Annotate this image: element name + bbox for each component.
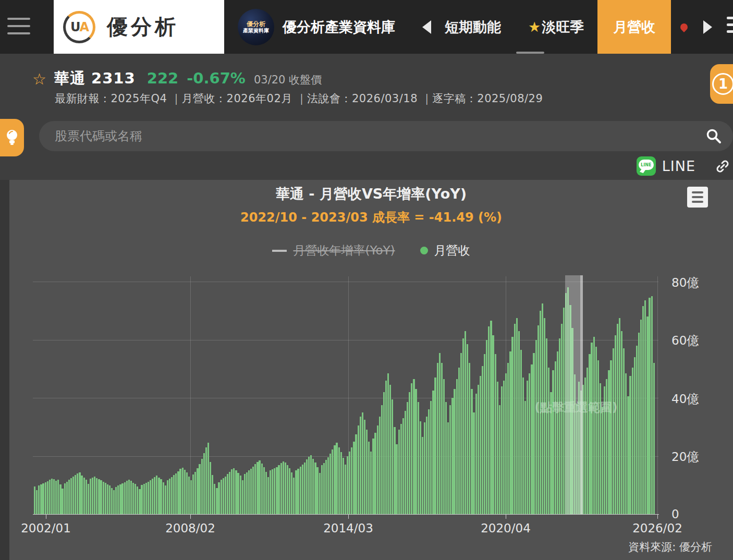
revenue-bar[interactable] [121, 483, 123, 514]
revenue-bar[interactable] [587, 368, 588, 515]
revenue-bar[interactable] [418, 402, 419, 514]
revenue-bar[interactable] [533, 353, 534, 514]
revenue-bar[interactable] [640, 320, 642, 515]
revenue-bar[interactable] [336, 443, 337, 514]
revenue-bar[interactable] [40, 484, 42, 514]
legend-item-revenue[interactable]: 月營收 [420, 242, 470, 259]
revenue-bar[interactable] [135, 484, 136, 514]
revenue-bar[interactable] [559, 338, 560, 514]
revenue-bar[interactable] [535, 340, 537, 515]
revenue-bar[interactable] [377, 425, 378, 514]
revenue-bar[interactable] [158, 478, 160, 514]
line-app-icon[interactable]: LINE [637, 156, 656, 176]
revenue-bar[interactable] [503, 381, 505, 514]
revenue-bar[interactable] [516, 318, 518, 514]
favorite-star-icon[interactable]: ☆ [32, 70, 46, 88]
line-share-button[interactable]: LINE [662, 158, 695, 174]
legend-item-yoy[interactable]: 月營收年增率(YoY) [272, 242, 395, 259]
revenue-bar[interactable] [94, 477, 95, 515]
revenue-bar[interactable] [480, 376, 481, 514]
nav-item-momentum[interactable]: 短期動能 [431, 0, 515, 54]
revenue-bar[interactable] [608, 370, 609, 514]
revenue-bar[interactable] [276, 467, 277, 514]
revenue-bar[interactable] [374, 433, 376, 514]
revenue-bar[interactable] [548, 368, 549, 515]
revenue-bar[interactable] [400, 424, 402, 514]
revenue-bar[interactable] [458, 368, 460, 515]
revenue-bar[interactable] [389, 385, 391, 514]
revenue-bar[interactable] [244, 474, 246, 514]
revenue-bar[interactable] [379, 417, 381, 514]
revenue-bar[interactable] [231, 469, 233, 514]
revenue-bar[interactable] [109, 485, 111, 514]
revenue-bar[interactable] [443, 379, 445, 514]
search-input[interactable] [39, 121, 733, 151]
revenue-bar[interactable] [278, 465, 279, 514]
revenue-bar[interactable] [456, 379, 458, 514]
revenue-bar[interactable] [132, 483, 134, 514]
revenue-bar[interactable] [597, 360, 599, 515]
revenue-bar[interactable] [644, 300, 646, 514]
revenue-bar[interactable] [77, 473, 78, 514]
revenue-bar[interactable] [617, 324, 618, 514]
revenue-bar[interactable] [405, 411, 406, 514]
revenue-bar[interactable] [471, 389, 472, 514]
revenue-bar[interactable] [338, 447, 340, 514]
revenue-bar[interactable] [75, 475, 76, 514]
revenue-bar[interactable] [355, 434, 357, 514]
revenue-bar[interactable] [454, 389, 455, 514]
nav-prev-arrow-icon[interactable] [422, 20, 431, 34]
revenue-bar[interactable] [591, 343, 592, 514]
revenue-bar[interactable] [263, 467, 265, 514]
revenue-bar[interactable] [634, 357, 636, 514]
revenue-bar[interactable] [289, 468, 290, 514]
industry-db-avatar[interactable]: 優分析 產業資料庫 [238, 9, 274, 45]
revenue-bar[interactable] [38, 485, 40, 514]
revenue-bar[interactable] [212, 475, 213, 514]
revenue-bar[interactable] [349, 452, 350, 514]
revenue-bar[interactable] [117, 485, 119, 514]
revenue-bar[interactable] [173, 475, 175, 514]
revenue-bar[interactable] [638, 333, 640, 514]
revenue-bar[interactable] [509, 351, 511, 514]
revenue-bar[interactable] [642, 306, 644, 514]
revenue-bar[interactable] [360, 417, 361, 514]
revenue-bar[interactable] [302, 465, 303, 514]
nav-more-hamburger-icon[interactable] [727, 17, 733, 37]
revenue-bar[interactable] [207, 443, 209, 514]
revenue-bar[interactable] [64, 483, 66, 514]
revenue-bar[interactable] [649, 298, 650, 514]
revenue-bar[interactable] [165, 485, 166, 514]
revenue-bar[interactable] [383, 392, 385, 514]
idea-bulb-button[interactable] [0, 119, 24, 156]
chart-context-menu-button[interactable] [687, 187, 708, 208]
revenue-bar[interactable] [467, 344, 468, 514]
revenue-bar[interactable] [126, 481, 128, 514]
revenue-bar[interactable] [105, 483, 106, 514]
revenue-bar[interactable] [203, 453, 205, 514]
industry-db-label[interactable]: 優分析產業資料庫 [283, 18, 395, 36]
revenue-bar[interactable] [272, 469, 273, 514]
revenue-bar[interactable] [310, 455, 312, 514]
revenue-bar[interactable] [449, 405, 451, 514]
revenue-bar[interactable] [186, 472, 188, 514]
revenue-bar[interactable] [148, 482, 149, 514]
revenue-bar[interactable] [340, 452, 342, 514]
revenue-bar[interactable] [199, 464, 200, 514]
revenue-bar[interactable] [398, 430, 400, 514]
revenue-bar[interactable] [321, 465, 323, 514]
nav-item-monthly-revenue[interactable]: 月營收 [597, 0, 671, 54]
revenue-bar[interactable] [287, 465, 288, 514]
revenue-bar[interactable] [291, 472, 292, 514]
revenue-bar[interactable] [169, 479, 170, 514]
revenue-bar[interactable] [478, 385, 479, 514]
revenue-bar[interactable] [49, 480, 51, 514]
revenue-bar[interactable] [100, 480, 102, 514]
revenue-bar[interactable] [252, 467, 254, 514]
revenue-bar[interactable] [632, 368, 633, 515]
revenue-bar[interactable] [402, 418, 404, 514]
revenue-bar[interactable] [285, 462, 286, 514]
revenue-bar[interactable] [57, 480, 59, 514]
revenue-bar[interactable] [81, 476, 82, 514]
revenue-bar[interactable] [424, 422, 425, 514]
